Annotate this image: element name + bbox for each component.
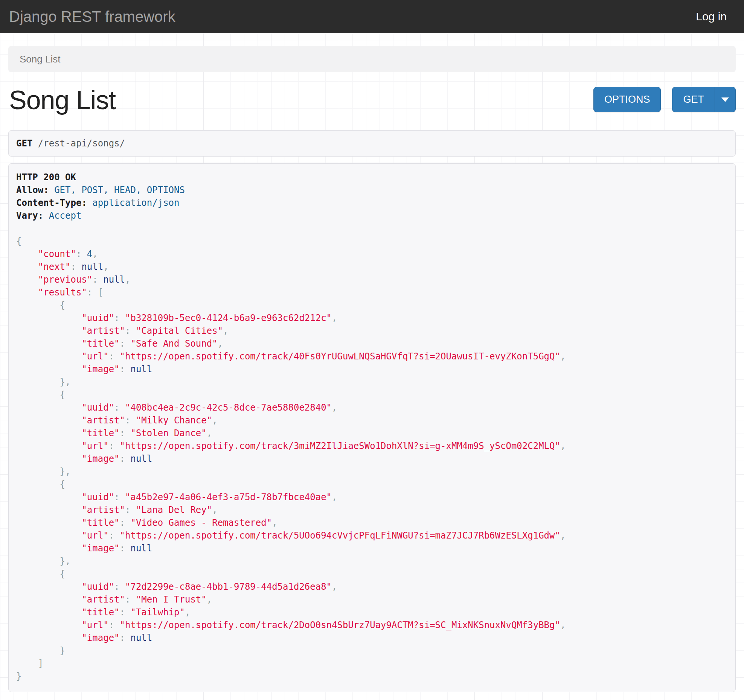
get-button[interactable]: GET <box>672 87 715 112</box>
status-line: HTTP 200 OK <box>16 172 76 183</box>
options-button[interactable]: OPTIONS <box>593 87 661 112</box>
chevron-down-icon <box>721 97 729 102</box>
page-title: Song List <box>9 87 116 114</box>
top-navbar: Django REST framework Log in <box>0 0 744 33</box>
title-row: Song List OPTIONS GET <box>8 80 736 114</box>
request-path: /rest-api/songs/ <box>38 138 125 149</box>
response-body: HTTP 200 OK Allow: GET, POST, HEAD, OPTI… <box>8 163 736 692</box>
get-split-button: GET <box>672 87 736 112</box>
breadcrumb-item-song-list: Song List <box>20 53 60 65</box>
action-buttons: OPTIONS GET <box>593 87 736 112</box>
breadcrumb: Song List <box>8 46 736 72</box>
get-format-dropdown-button[interactable] <box>715 87 736 112</box>
main-content: Song List Song List OPTIONS GET GET /res… <box>0 46 744 700</box>
request-method: GET <box>16 138 32 149</box>
login-link[interactable]: Log in <box>696 10 733 23</box>
request-info: GET /rest-api/songs/ <box>8 130 736 157</box>
brand-link[interactable]: Django REST framework <box>9 8 175 25</box>
